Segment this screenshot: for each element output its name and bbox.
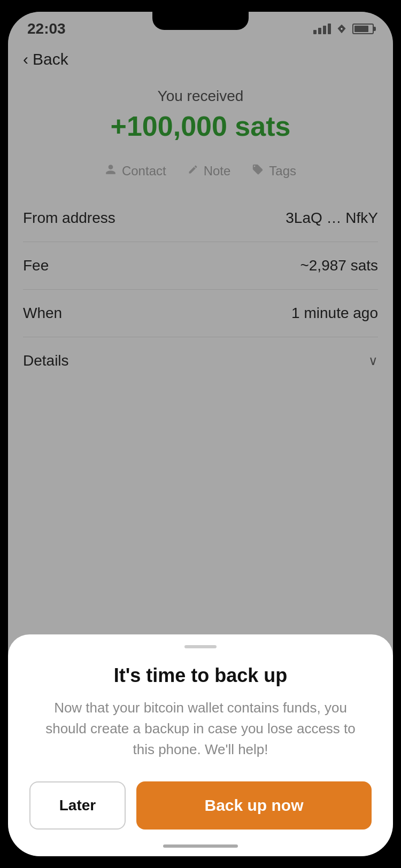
phone-frame: 22:03 ‹ Back You received +100,00 [8,12,393,856]
notch [152,12,249,30]
backup-now-button[interactable]: Back up now [136,781,372,830]
sheet-handle [184,645,217,648]
later-button[interactable]: Later [29,781,126,830]
bottom-sheet: It's time to back up Now that your bitco… [8,634,393,856]
sheet-title: It's time to back up [29,664,372,687]
sheet-actions: Later Back up now [29,781,372,830]
sheet-description: Now that your bitcoin wallet contains fu… [29,698,372,760]
home-indicator [163,844,238,848]
